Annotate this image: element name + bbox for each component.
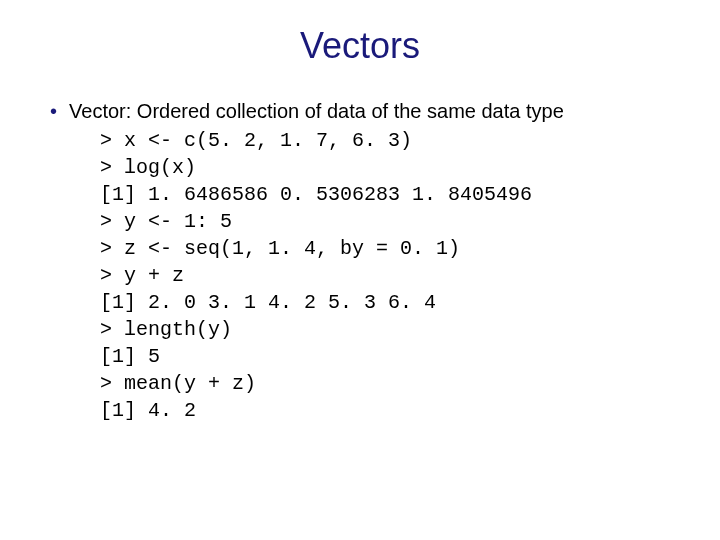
code-line: > length(y) [100,316,680,343]
code-line: [1] 1. 6486586 0. 5306283 1. 8405496 [100,181,680,208]
code-line: > y <- 1: 5 [100,208,680,235]
code-line: [1] 5 [100,343,680,370]
code-line: > mean(y + z) [100,370,680,397]
code-line: > log(x) [100,154,680,181]
code-line: [1] 4. 2 [100,397,680,424]
code-line: > x <- c(5. 2, 1. 7, 6. 3) [100,127,680,154]
bullet-item: • Vector: Ordered collection of data of … [50,97,680,125]
bullet-text: Vector: Ordered collection of data of th… [69,97,564,125]
bullet-marker: • [50,97,57,125]
code-line: > y + z [100,262,680,289]
code-line: [1] 2. 0 3. 1 4. 2 5. 3 6. 4 [100,289,680,316]
slide-title: Vectors [40,25,680,67]
code-block: > x <- c(5. 2, 1. 7, 6. 3) > log(x) [1] … [100,127,680,424]
code-line: > z <- seq(1, 1. 4, by = 0. 1) [100,235,680,262]
